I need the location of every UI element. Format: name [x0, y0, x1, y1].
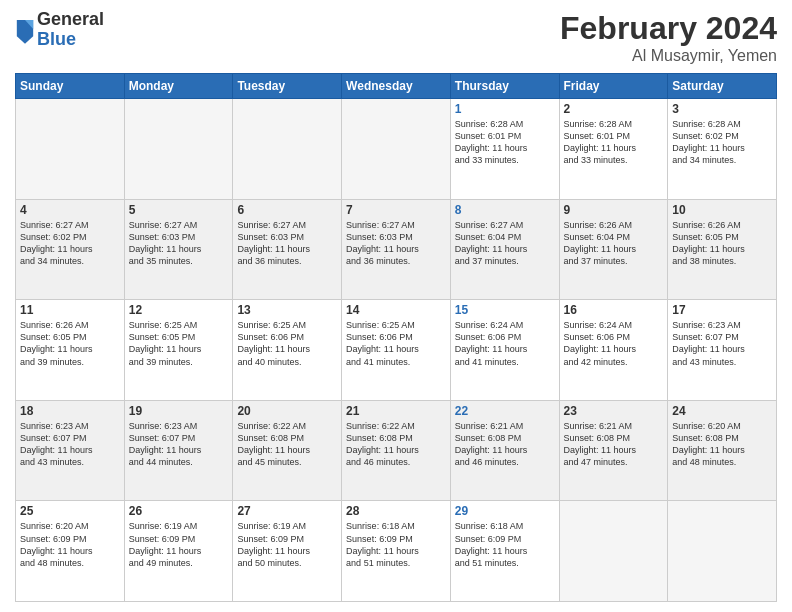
calendar-cell: 17Sunrise: 6:23 AMSunset: 6:07 PMDayligh… — [668, 300, 777, 401]
calendar-cell: 21Sunrise: 6:22 AMSunset: 6:08 PMDayligh… — [342, 400, 451, 501]
day-number: 28 — [346, 504, 446, 518]
day-number: 21 — [346, 404, 446, 418]
calendar-cell — [233, 99, 342, 200]
calendar-cell: 18Sunrise: 6:23 AMSunset: 6:07 PMDayligh… — [16, 400, 125, 501]
day-number: 8 — [455, 203, 555, 217]
day-info: Sunrise: 6:26 AMSunset: 6:04 PMDaylight:… — [564, 219, 664, 268]
day-number: 16 — [564, 303, 664, 317]
calendar-cell: 20Sunrise: 6:22 AMSunset: 6:08 PMDayligh… — [233, 400, 342, 501]
day-number: 10 — [672, 203, 772, 217]
calendar-cell — [16, 99, 125, 200]
page: General Blue February 2024 Al Musaymir, … — [0, 0, 792, 612]
calendar-week-2: 4Sunrise: 6:27 AMSunset: 6:02 PMDaylight… — [16, 199, 777, 300]
day-info: Sunrise: 6:26 AMSunset: 6:05 PMDaylight:… — [672, 219, 772, 268]
calendar-week-5: 25Sunrise: 6:20 AMSunset: 6:09 PMDayligh… — [16, 501, 777, 602]
logo-blue: Blue — [37, 30, 104, 50]
day-number: 19 — [129, 404, 229, 418]
title-block: February 2024 Al Musaymir, Yemen — [560, 10, 777, 65]
logo-icon — [15, 16, 35, 44]
day-number: 22 — [455, 404, 555, 418]
day-info: Sunrise: 6:25 AMSunset: 6:05 PMDaylight:… — [129, 319, 229, 368]
day-info: Sunrise: 6:19 AMSunset: 6:09 PMDaylight:… — [237, 520, 337, 569]
weekday-header-monday: Monday — [124, 74, 233, 99]
calendar-body: 1Sunrise: 6:28 AMSunset: 6:01 PMDaylight… — [16, 99, 777, 602]
calendar-cell: 11Sunrise: 6:26 AMSunset: 6:05 PMDayligh… — [16, 300, 125, 401]
day-info: Sunrise: 6:23 AMSunset: 6:07 PMDaylight:… — [672, 319, 772, 368]
day-info: Sunrise: 6:27 AMSunset: 6:03 PMDaylight:… — [129, 219, 229, 268]
calendar-cell: 27Sunrise: 6:19 AMSunset: 6:09 PMDayligh… — [233, 501, 342, 602]
calendar-cell: 25Sunrise: 6:20 AMSunset: 6:09 PMDayligh… — [16, 501, 125, 602]
day-info: Sunrise: 6:28 AMSunset: 6:01 PMDaylight:… — [455, 118, 555, 167]
day-number: 5 — [129, 203, 229, 217]
day-info: Sunrise: 6:22 AMSunset: 6:08 PMDaylight:… — [346, 420, 446, 469]
day-number: 26 — [129, 504, 229, 518]
day-number: 25 — [20, 504, 120, 518]
day-number: 29 — [455, 504, 555, 518]
day-number: 7 — [346, 203, 446, 217]
day-info: Sunrise: 6:24 AMSunset: 6:06 PMDaylight:… — [455, 319, 555, 368]
calendar-cell: 9Sunrise: 6:26 AMSunset: 6:04 PMDaylight… — [559, 199, 668, 300]
day-number: 18 — [20, 404, 120, 418]
calendar-cell — [668, 501, 777, 602]
calendar-cell: 4Sunrise: 6:27 AMSunset: 6:02 PMDaylight… — [16, 199, 125, 300]
day-info: Sunrise: 6:23 AMSunset: 6:07 PMDaylight:… — [129, 420, 229, 469]
calendar-cell: 3Sunrise: 6:28 AMSunset: 6:02 PMDaylight… — [668, 99, 777, 200]
day-info: Sunrise: 6:24 AMSunset: 6:06 PMDaylight:… — [564, 319, 664, 368]
day-number: 12 — [129, 303, 229, 317]
weekday-header-tuesday: Tuesday — [233, 74, 342, 99]
day-info: Sunrise: 6:28 AMSunset: 6:02 PMDaylight:… — [672, 118, 772, 167]
day-info: Sunrise: 6:20 AMSunset: 6:09 PMDaylight:… — [20, 520, 120, 569]
day-info: Sunrise: 6:25 AMSunset: 6:06 PMDaylight:… — [237, 319, 337, 368]
day-number: 6 — [237, 203, 337, 217]
calendar-cell: 22Sunrise: 6:21 AMSunset: 6:08 PMDayligh… — [450, 400, 559, 501]
calendar-cell: 28Sunrise: 6:18 AMSunset: 6:09 PMDayligh… — [342, 501, 451, 602]
day-info: Sunrise: 6:25 AMSunset: 6:06 PMDaylight:… — [346, 319, 446, 368]
calendar-week-4: 18Sunrise: 6:23 AMSunset: 6:07 PMDayligh… — [16, 400, 777, 501]
calendar-cell: 24Sunrise: 6:20 AMSunset: 6:08 PMDayligh… — [668, 400, 777, 501]
calendar-cell: 8Sunrise: 6:27 AMSunset: 6:04 PMDaylight… — [450, 199, 559, 300]
day-info: Sunrise: 6:23 AMSunset: 6:07 PMDaylight:… — [20, 420, 120, 469]
calendar-cell — [559, 501, 668, 602]
calendar-cell: 29Sunrise: 6:18 AMSunset: 6:09 PMDayligh… — [450, 501, 559, 602]
day-number: 9 — [564, 203, 664, 217]
day-info: Sunrise: 6:26 AMSunset: 6:05 PMDaylight:… — [20, 319, 120, 368]
calendar-header-row: SundayMondayTuesdayWednesdayThursdayFrid… — [16, 74, 777, 99]
calendar-week-3: 11Sunrise: 6:26 AMSunset: 6:05 PMDayligh… — [16, 300, 777, 401]
calendar-cell: 2Sunrise: 6:28 AMSunset: 6:01 PMDaylight… — [559, 99, 668, 200]
day-number: 27 — [237, 504, 337, 518]
weekday-header-saturday: Saturday — [668, 74, 777, 99]
month-title: February 2024 — [560, 10, 777, 47]
calendar-cell: 15Sunrise: 6:24 AMSunset: 6:06 PMDayligh… — [450, 300, 559, 401]
day-number: 24 — [672, 404, 772, 418]
calendar-cell: 12Sunrise: 6:25 AMSunset: 6:05 PMDayligh… — [124, 300, 233, 401]
calendar-cell: 19Sunrise: 6:23 AMSunset: 6:07 PMDayligh… — [124, 400, 233, 501]
day-number: 1 — [455, 102, 555, 116]
location: Al Musaymir, Yemen — [560, 47, 777, 65]
day-info: Sunrise: 6:18 AMSunset: 6:09 PMDaylight:… — [346, 520, 446, 569]
day-info: Sunrise: 6:21 AMSunset: 6:08 PMDaylight:… — [564, 420, 664, 469]
day-number: 3 — [672, 102, 772, 116]
logo: General Blue — [15, 10, 104, 50]
calendar-cell: 26Sunrise: 6:19 AMSunset: 6:09 PMDayligh… — [124, 501, 233, 602]
day-info: Sunrise: 6:27 AMSunset: 6:03 PMDaylight:… — [346, 219, 446, 268]
calendar-cell: 14Sunrise: 6:25 AMSunset: 6:06 PMDayligh… — [342, 300, 451, 401]
day-info: Sunrise: 6:28 AMSunset: 6:01 PMDaylight:… — [564, 118, 664, 167]
calendar-cell: 7Sunrise: 6:27 AMSunset: 6:03 PMDaylight… — [342, 199, 451, 300]
weekday-header-wednesday: Wednesday — [342, 74, 451, 99]
day-info: Sunrise: 6:18 AMSunset: 6:09 PMDaylight:… — [455, 520, 555, 569]
weekday-header-friday: Friday — [559, 74, 668, 99]
day-info: Sunrise: 6:21 AMSunset: 6:08 PMDaylight:… — [455, 420, 555, 469]
calendar-cell — [124, 99, 233, 200]
day-info: Sunrise: 6:27 AMSunset: 6:04 PMDaylight:… — [455, 219, 555, 268]
calendar-cell: 1Sunrise: 6:28 AMSunset: 6:01 PMDaylight… — [450, 99, 559, 200]
calendar-cell: 13Sunrise: 6:25 AMSunset: 6:06 PMDayligh… — [233, 300, 342, 401]
day-info: Sunrise: 6:22 AMSunset: 6:08 PMDaylight:… — [237, 420, 337, 469]
day-number: 14 — [346, 303, 446, 317]
day-info: Sunrise: 6:19 AMSunset: 6:09 PMDaylight:… — [129, 520, 229, 569]
day-info: Sunrise: 6:27 AMSunset: 6:02 PMDaylight:… — [20, 219, 120, 268]
logo-general: General — [37, 10, 104, 30]
day-number: 17 — [672, 303, 772, 317]
calendar-week-1: 1Sunrise: 6:28 AMSunset: 6:01 PMDaylight… — [16, 99, 777, 200]
day-info: Sunrise: 6:20 AMSunset: 6:08 PMDaylight:… — [672, 420, 772, 469]
day-number: 2 — [564, 102, 664, 116]
